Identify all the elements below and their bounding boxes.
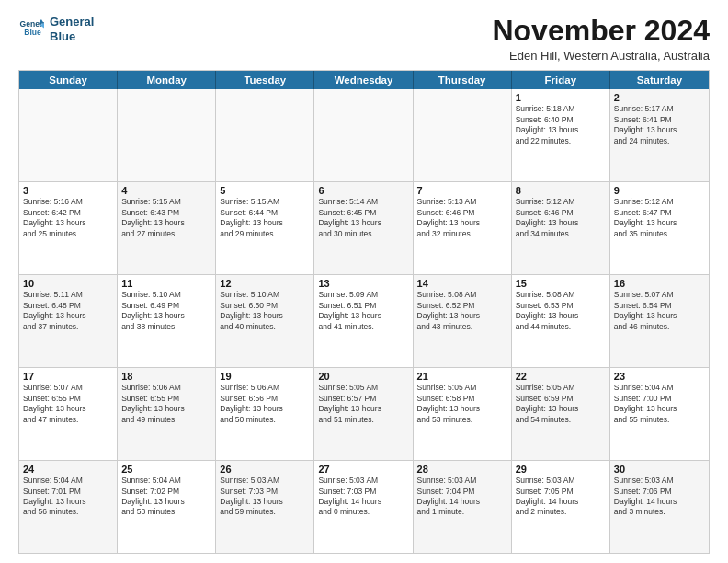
day-info: Sunrise: 5:10 AM Sunset: 6:49 PM Dayligh…	[121, 290, 211, 332]
page: General Blue General Blue November 2024 …	[0, 0, 728, 563]
calendar-cell: 19Sunrise: 5:06 AM Sunset: 6:56 PM Dayli…	[216, 368, 314, 460]
calendar-cell: 2Sunrise: 5:17 AM Sunset: 6:41 PM Daylig…	[610, 89, 709, 181]
day-info: Sunrise: 5:11 AM Sunset: 6:48 PM Dayligh…	[23, 290, 113, 332]
header-day-thursday: Thursday	[414, 71, 512, 89]
calendar-cell: 6Sunrise: 5:14 AM Sunset: 6:45 PM Daylig…	[314, 182, 413, 274]
day-info: Sunrise: 5:08 AM Sunset: 6:53 PM Dayligh…	[516, 290, 606, 332]
calendar-week-1: 1Sunrise: 5:18 AM Sunset: 6:40 PM Daylig…	[19, 89, 709, 181]
title-block: November 2024 Eden Hill, Western Austral…	[492, 15, 710, 63]
calendar-cell: 16Sunrise: 5:07 AM Sunset: 6:54 PM Dayli…	[610, 275, 709, 367]
header-day-wednesday: Wednesday	[314, 71, 413, 89]
calendar-cell: 14Sunrise: 5:08 AM Sunset: 6:52 PM Dayli…	[414, 275, 512, 367]
day-number: 7	[417, 185, 507, 196]
day-info: Sunrise: 5:18 AM Sunset: 6:40 PM Dayligh…	[516, 104, 606, 146]
logo-text-line2: Blue	[50, 29, 94, 44]
calendar-cell: 30Sunrise: 5:03 AM Sunset: 7:06 PM Dayli…	[610, 461, 709, 553]
calendar-cell: 12Sunrise: 5:10 AM Sunset: 6:50 PM Dayli…	[216, 275, 314, 367]
day-info: Sunrise: 5:10 AM Sunset: 6:50 PM Dayligh…	[220, 290, 310, 332]
day-number: 16	[614, 278, 705, 289]
day-number: 18	[121, 371, 211, 382]
header-day-saturday: Saturday	[610, 71, 709, 89]
calendar-body: 1Sunrise: 5:18 AM Sunset: 6:40 PM Daylig…	[19, 89, 709, 553]
day-number: 3	[23, 185, 113, 196]
calendar-cell: 29Sunrise: 5:03 AM Sunset: 7:05 PM Dayli…	[512, 461, 610, 553]
calendar-cell: 21Sunrise: 5:05 AM Sunset: 6:58 PM Dayli…	[414, 368, 512, 460]
day-info: Sunrise: 5:06 AM Sunset: 6:56 PM Dayligh…	[220, 383, 310, 425]
calendar-cell	[414, 89, 512, 181]
day-info: Sunrise: 5:03 AM Sunset: 7:03 PM Dayligh…	[220, 476, 310, 518]
calendar-cell: 1Sunrise: 5:18 AM Sunset: 6:40 PM Daylig…	[512, 89, 610, 181]
calendar-cell: 27Sunrise: 5:03 AM Sunset: 7:03 PM Dayli…	[314, 461, 413, 553]
day-info: Sunrise: 5:13 AM Sunset: 6:46 PM Dayligh…	[417, 197, 507, 239]
svg-text:Blue: Blue	[24, 28, 41, 37]
header-day-tuesday: Tuesday	[216, 71, 314, 89]
day-number: 13	[318, 278, 408, 289]
calendar-cell: 7Sunrise: 5:13 AM Sunset: 6:46 PM Daylig…	[414, 182, 512, 274]
day-info: Sunrise: 5:16 AM Sunset: 6:42 PM Dayligh…	[23, 197, 113, 239]
day-info: Sunrise: 5:15 AM Sunset: 6:44 PM Dayligh…	[220, 197, 310, 239]
calendar-week-3: 10Sunrise: 5:11 AM Sunset: 6:48 PM Dayli…	[19, 274, 709, 367]
day-info: Sunrise: 5:03 AM Sunset: 7:04 PM Dayligh…	[417, 476, 507, 518]
calendar-cell: 28Sunrise: 5:03 AM Sunset: 7:04 PM Dayli…	[414, 461, 512, 553]
day-number: 1	[516, 92, 606, 103]
day-info: Sunrise: 5:03 AM Sunset: 7:06 PM Dayligh…	[614, 476, 705, 518]
header: General Blue General Blue November 2024 …	[18, 15, 710, 63]
day-number: 4	[121, 185, 211, 196]
calendar-week-4: 17Sunrise: 5:07 AM Sunset: 6:55 PM Dayli…	[19, 367, 709, 460]
header-day-sunday: Sunday	[19, 71, 118, 89]
day-number: 24	[23, 464, 113, 475]
calendar-cell	[216, 89, 314, 181]
day-number: 28	[417, 464, 507, 475]
calendar-cell: 20Sunrise: 5:05 AM Sunset: 6:57 PM Dayli…	[314, 368, 413, 460]
calendar-cell: 9Sunrise: 5:12 AM Sunset: 6:47 PM Daylig…	[610, 182, 709, 274]
calendar-cell: 18Sunrise: 5:06 AM Sunset: 6:55 PM Dayli…	[118, 368, 216, 460]
day-info: Sunrise: 5:07 AM Sunset: 6:55 PM Dayligh…	[23, 383, 113, 425]
day-info: Sunrise: 5:05 AM Sunset: 6:57 PM Dayligh…	[318, 383, 408, 425]
day-number: 8	[516, 185, 606, 196]
day-info: Sunrise: 5:05 AM Sunset: 6:59 PM Dayligh…	[516, 383, 606, 425]
day-number: 26	[220, 464, 310, 475]
day-info: Sunrise: 5:08 AM Sunset: 6:52 PM Dayligh…	[417, 290, 507, 332]
calendar-cell: 15Sunrise: 5:08 AM Sunset: 6:53 PM Dayli…	[512, 275, 610, 367]
logo-icon: General Blue	[18, 17, 44, 42]
day-info: Sunrise: 5:05 AM Sunset: 6:58 PM Dayligh…	[417, 383, 507, 425]
day-number: 19	[220, 371, 310, 382]
day-number: 10	[23, 278, 113, 289]
day-number: 21	[417, 371, 507, 382]
header-day-friday: Friday	[512, 71, 610, 89]
month-title: November 2024	[492, 15, 710, 47]
location-subtitle: Eden Hill, Western Australia, Australia	[492, 49, 710, 63]
calendar-cell: 23Sunrise: 5:04 AM Sunset: 7:00 PM Dayli…	[610, 368, 709, 460]
day-info: Sunrise: 5:04 AM Sunset: 7:01 PM Dayligh…	[23, 476, 113, 518]
logo: General Blue General Blue	[18, 15, 94, 43]
day-number: 25	[121, 464, 211, 475]
calendar-cell: 22Sunrise: 5:05 AM Sunset: 6:59 PM Dayli…	[512, 368, 610, 460]
day-info: Sunrise: 5:03 AM Sunset: 7:03 PM Dayligh…	[318, 476, 408, 518]
day-number: 15	[516, 278, 606, 289]
day-info: Sunrise: 5:06 AM Sunset: 6:55 PM Dayligh…	[121, 383, 211, 425]
calendar-cell: 5Sunrise: 5:15 AM Sunset: 6:44 PM Daylig…	[216, 182, 314, 274]
logo-text-line1: General	[50, 15, 94, 29]
day-number: 5	[220, 185, 310, 196]
day-info: Sunrise: 5:12 AM Sunset: 6:47 PM Dayligh…	[614, 197, 705, 239]
calendar-header: SundayMondayTuesdayWednesdayThursdayFrid…	[19, 71, 709, 89]
calendar-cell: 3Sunrise: 5:16 AM Sunset: 6:42 PM Daylig…	[19, 182, 118, 274]
day-info: Sunrise: 5:15 AM Sunset: 6:43 PM Dayligh…	[121, 197, 211, 239]
day-number: 23	[614, 371, 705, 382]
day-number: 11	[121, 278, 211, 289]
day-info: Sunrise: 5:17 AM Sunset: 6:41 PM Dayligh…	[614, 104, 705, 146]
day-number: 14	[417, 278, 507, 289]
calendar-cell: 11Sunrise: 5:10 AM Sunset: 6:49 PM Dayli…	[118, 275, 216, 367]
svg-text:General: General	[20, 18, 44, 28]
calendar-week-5: 24Sunrise: 5:04 AM Sunset: 7:01 PM Dayli…	[19, 460, 709, 553]
day-number: 6	[318, 185, 408, 196]
calendar-cell: 4Sunrise: 5:15 AM Sunset: 6:43 PM Daylig…	[118, 182, 216, 274]
day-info: Sunrise: 5:04 AM Sunset: 7:02 PM Dayligh…	[121, 476, 211, 518]
day-number: 9	[614, 185, 705, 196]
day-info: Sunrise: 5:12 AM Sunset: 6:46 PM Dayligh…	[516, 197, 606, 239]
calendar-cell	[118, 89, 216, 181]
day-number: 20	[318, 371, 408, 382]
header-day-monday: Monday	[118, 71, 216, 89]
calendar-cell: 24Sunrise: 5:04 AM Sunset: 7:01 PM Dayli…	[19, 461, 118, 553]
calendar-cell: 8Sunrise: 5:12 AM Sunset: 6:46 PM Daylig…	[512, 182, 610, 274]
